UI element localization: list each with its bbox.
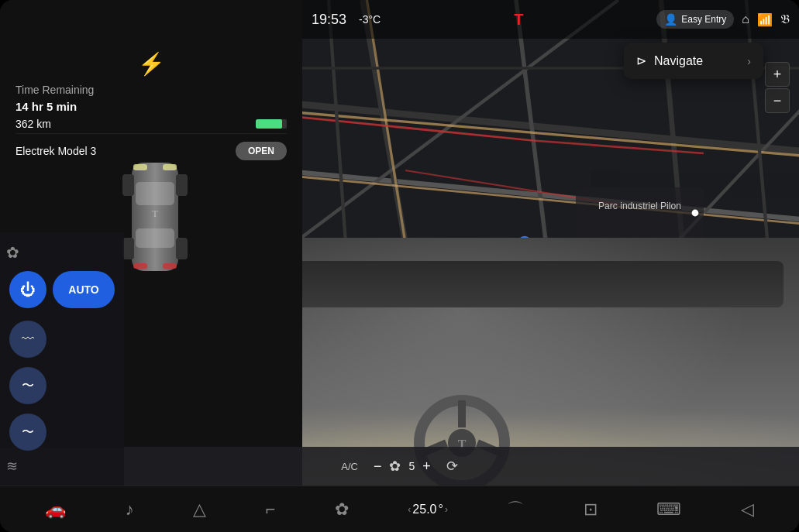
temp-degree: °	[438, 503, 443, 517]
top-bar-right: 19:53 -3°C T 👤 Easy Entry ⌂ 📶 𝔅	[302, 0, 799, 39]
climate-left-panel: ✿ ⏻ AUTO 〰 〜 〜 ≋	[0, 232, 124, 486]
hook-icon[interactable]: ⌐	[266, 499, 276, 520]
person-icon: 👤	[664, 13, 677, 26]
navigate-icon: ⊳	[636, 53, 646, 68]
range-row: 362 km	[15, 118, 287, 130]
fan-speed-icon: ✿	[389, 458, 401, 475]
battery-indicator	[256, 119, 287, 129]
navigate-row[interactable]: ⊳ Navigate ›	[624, 43, 763, 79]
fan-decorative-icon: ✿	[6, 243, 19, 262]
svg-rect-34	[176, 174, 188, 196]
recirculate-button[interactable]: ⟳	[446, 458, 458, 475]
navigate-popup[interactable]: ⊳ Navigate ›	[624, 43, 763, 79]
svg-rect-31	[136, 182, 174, 205]
top-bar: 19:53 -3°C T 👤 Easy Entry ⌂ 📶 𝔅	[0, 0, 799, 39]
bottom-bar: 🚗 ♪ △ ⌐ ✿ ‹ 25.0 ° › ⌒ ⊡ ⌨ ◁	[0, 486, 799, 532]
svg-text:T: T	[152, 208, 158, 219]
time-remaining: Time Remaining 14 hr 5 min	[15, 83, 287, 115]
temp-right-arrow[interactable]: ›	[445, 504, 448, 515]
climate-option-row-1: 〰	[9, 321, 115, 358]
top-bar-left	[0, 0, 302, 39]
fan-bottom-icon[interactable]: ✿	[335, 499, 349, 520]
svg-rect-32	[136, 228, 174, 248]
zoom-out-button[interactable]: −	[765, 88, 790, 113]
map-zoom-controls: + −	[765, 62, 790, 113]
main-screen: Parc industriel Pilon Hôpital Charles-Le…	[0, 0, 799, 532]
svg-point-23	[692, 210, 699, 217]
music-icon[interactable]: ♪	[126, 499, 134, 520]
svg-rect-40	[163, 263, 177, 269]
hvac-fan-control: − ✿ 5 +	[374, 458, 431, 475]
bluetooth-icon: 𝔅	[780, 12, 790, 26]
battery-bar	[256, 119, 287, 129]
car-bottom-icon[interactable]: 🚗	[45, 499, 66, 520]
fan-decrease-button[interactable]: −	[374, 458, 382, 475]
defrost-button[interactable]: 〜	[9, 367, 46, 404]
range-value: 362 km	[15, 118, 51, 130]
auto-button[interactable]: AUTO	[53, 271, 115, 308]
tesla-logo: T	[514, 11, 523, 29]
svg-rect-21	[576, 187, 704, 239]
keyboard-icon[interactable]: ⌨	[656, 499, 681, 520]
easy-entry-button[interactable]: 👤 Easy Entry	[656, 10, 734, 29]
power-button[interactable]: ⏻	[9, 271, 46, 308]
nav-up-icon[interactable]: △	[193, 499, 206, 520]
camera-icon[interactable]: ⊡	[584, 499, 598, 520]
climate-option-row-3: 〜	[9, 414, 115, 451]
fan-speed-value: 5	[408, 460, 415, 472]
volume-icon[interactable]: ◁	[741, 499, 754, 520]
easy-entry-label: Easy Entry	[681, 14, 726, 25]
temp-left-arrow[interactable]: ‹	[408, 504, 411, 515]
navigate-label: Navigate	[654, 54, 739, 68]
charging-icon: ⚡	[15, 51, 287, 77]
time-remaining-value: 14 hr 5 min	[15, 100, 77, 113]
power-auto-row: ⏻ AUTO	[9, 271, 115, 308]
fan-direction-button[interactable]: 〰	[9, 321, 46, 358]
seat-heat-button[interactable]: 〜	[9, 414, 46, 451]
svg-rect-33	[122, 174, 134, 196]
ac-label: A/C	[341, 461, 358, 472]
svg-rect-37	[133, 164, 147, 170]
top-right-icons: 👤 Easy Entry ⌂ 📶 𝔅	[656, 10, 790, 29]
temperature-control[interactable]: ‹ 25.0 ° ›	[408, 503, 448, 517]
temp-display: -3°C	[359, 13, 381, 26]
temp-value: 25.0	[412, 503, 436, 517]
battery-fill	[256, 119, 282, 129]
climate-option-row-2: 〜	[9, 367, 115, 404]
svg-text:Parc industriel Pilon: Parc industriel Pilon	[598, 200, 681, 211]
time-remaining-label: Time Remaining	[15, 84, 94, 96]
wifi-icon: 📶	[757, 12, 773, 27]
svg-rect-35	[122, 238, 134, 259]
home-icon[interactable]: ⌂	[742, 12, 749, 26]
fan-increase-button[interactable]: +	[422, 458, 431, 475]
heat-icon: ≋	[6, 458, 18, 475]
car-top-view-svg: T	[116, 139, 194, 294]
curve-icon[interactable]: ⌒	[507, 498, 524, 521]
time-display: 19:53	[312, 12, 346, 28]
svg-rect-38	[163, 164, 177, 170]
zoom-in-button[interactable]: +	[765, 62, 790, 87]
navigate-arrow: ›	[747, 55, 751, 67]
svg-rect-36	[176, 238, 188, 259]
svg-rect-39	[133, 263, 147, 269]
